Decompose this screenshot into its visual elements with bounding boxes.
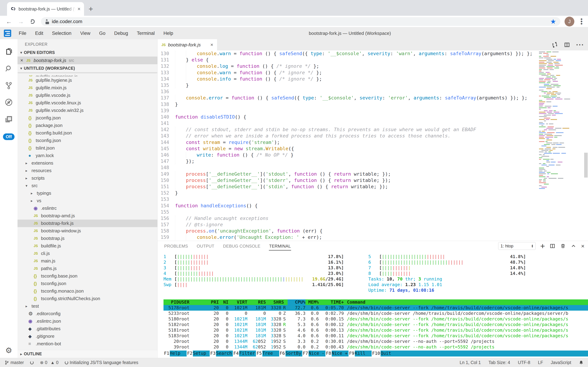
code-line[interactable]: 135} [157,82,536,88]
tab-close-icon[interactable]: × [210,42,213,48]
minimap[interactable] [538,51,583,241]
new-tab-button[interactable]: + [89,5,93,13]
file-tsconfig.base.json[interactable]: {}tsconfig.base.json [17,272,157,280]
panel-tab-problems[interactable]: PROBLEMS [164,242,188,250]
outline-header[interactable]: ▸ OUTLINE [17,350,157,358]
menu-file[interactable]: File [14,31,31,36]
terminal-output[interactable]: 1[||||||||||||17.8%]2[||||||||||||16.1%]… [157,251,588,358]
code-line[interactable]: 153 [157,196,536,202]
folder-test[interactable]: ▸test [17,302,157,310]
file-gulpfile.vscode.linux.js[interactable]: JSgulpfile.vscode.linux.js [17,99,157,107]
problems-indicator[interactable]: ⊗ 0 ▲ 0 [40,360,58,365]
url-text[interactable]: ide.coder.com [52,19,550,24]
maximize-panel-icon[interactable] [571,243,576,249]
code-line[interactable]: 138} [157,101,536,108]
code-line[interactable]: 146write: function () { /* No OP */ } [157,152,536,158]
kill-terminal-icon[interactable] [560,243,566,249]
scrollbar-thumb[interactable] [584,153,588,177]
folder-src[interactable]: ▾src [17,182,157,190]
code-line[interactable]: 157// @ts-ignore [157,222,536,228]
language-mode[interactable]: JavaScript [551,360,571,365]
open-editors-header[interactable]: ▾ OPEN EDITORS [17,49,157,57]
settings-gear-icon[interactable]: ⚙ [5,346,12,355]
close-panel-icon[interactable]: × [581,243,585,250]
menu-help[interactable]: Help [159,31,178,36]
fnlabel-kill[interactable]: Kill [355,350,372,357]
code-line[interactable]: 137console.error = function () { safeSen… [157,95,536,101]
file-bootstrap-fork.js[interactable]: JSbootstrap-fork.js [17,220,157,227]
file-tslint.json[interactable]: {}tslint.json [17,144,157,152]
file-.eslintrc[interactable]: ◉.eslintrc [17,205,157,212]
code-line[interactable]: 134console.info = function () { /* ignor… [157,76,536,82]
code-line[interactable]: 143// error when we are inside a forked … [157,133,536,139]
editor-tab[interactable]: JS bootstrap-fork.js × [157,39,217,50]
file-yarn.lock[interactable]: ●yarn.lock [17,152,157,159]
branch-indicator[interactable]: master [5,360,24,365]
split-editor-icon[interactable] [564,42,570,48]
file-paths.js[interactable]: JSpaths.js [17,265,157,272]
code-line[interactable]: 140function disableSTDIO() { [157,114,536,120]
fnkey-f1[interactable]: F1 [164,350,170,357]
url-bar[interactable]: ide.coder.com ★ [41,17,560,26]
file-tsconfig.json[interactable]: {}tsconfig.json [17,280,157,287]
sync-changes-icon[interactable] [552,42,558,48]
menu-debug[interactable]: Debug [110,31,133,36]
debug-disabled-icon[interactable] [5,98,13,107]
indentation[interactable]: Tab Size: 4 [489,360,510,365]
file-main.js[interactable]: JSmain.js [17,257,157,265]
menu-terminal[interactable]: Terminal [133,31,159,36]
file-tsconfig.monaco.json[interactable]: {}tsconfig.monaco.json [17,287,157,295]
fnkey-f7[interactable]: F7 [302,350,309,357]
avatar[interactable]: J [564,17,574,26]
folder-resources[interactable]: ▸resources [17,167,157,174]
file-gulpfile.vscode.js[interactable]: JSgulpfile.vscode.js [17,92,157,99]
folder-typings[interactable]: ▸typings [17,190,157,197]
terminal-picker[interactable]: 1: htop ▲▼ [498,242,536,250]
fnlabel-sortby[interactable]: SortBy [286,350,302,357]
browser-menu-icon[interactable]: ••• [580,18,583,25]
file-bootstrap-amd.js[interactable]: JSbootstrap-amd.js [17,212,157,220]
panel-tab-output[interactable]: OUTPUT [196,242,215,250]
file-.gitignore[interactable]: ◆.gitignore [17,333,157,340]
code-area[interactable]: 130console.warn = function () { safeSend… [157,50,536,241]
file-.editorconfig[interactable]: ⚙.editorconfig [17,310,157,317]
file-gulpfile.extensions.js[interactable]: JSgulpfile.extensions.js [17,72,157,76]
back-icon[interactable]: ← [6,18,12,25]
file-.mention-bot[interactable]: ≡.mention-bot [17,340,157,348]
fnkey-f8[interactable]: F8 [325,350,332,357]
more-actions-icon[interactable]: ··· [576,41,584,49]
menu-view[interactable]: View [76,31,95,36]
fnkey-f2[interactable]: F2 [187,350,193,357]
file-.eslintrc.json[interactable]: ◉.eslintrc.json [17,317,157,325]
code-line[interactable]: 152} [157,190,536,196]
file-buildfile.js[interactable]: JSbuildfile.js [17,242,157,250]
off-badge[interactable]: Off [3,133,15,140]
code-line[interactable]: 159console.error('Uncaught Exception: ' … [157,234,536,240]
file-tsconfig.json[interactable]: {}tsconfig.json [17,137,157,144]
code-line[interactable]: 147}); [157,158,536,164]
code-line[interactable]: 131} else { [157,57,536,63]
fnlabel-nice--[interactable]: Nice - [309,350,325,357]
fnkey-f10[interactable]: F10 [372,350,381,357]
bookmark-star-icon[interactable]: ★ [550,18,556,25]
cursor-position[interactable]: Ln 1, Col 1 [460,360,481,365]
file-tsconfig.build.json[interactable]: {}tsconfig.build.json [17,129,157,137]
fnlabel-nice-+[interactable]: Nice + [332,350,348,357]
folder-extensions[interactable]: ▸extensions [17,159,157,167]
sync-indicator[interactable] [30,361,33,364]
code-line[interactable]: 139 [157,108,536,114]
fnlabel-search[interactable]: Search [216,350,233,357]
fnkey-f5[interactable]: F5 [256,350,262,357]
code-line[interactable]: 130console.warn = function () { safeSend… [157,50,536,57]
file-gulpfile.hygiene.js[interactable]: JSgulpfile.hygiene.js [17,76,157,84]
code-line[interactable]: 149process['__defineGetter__']('stdout',… [157,171,536,177]
code-line[interactable]: 144const stream = require('stream'); [157,139,536,145]
fnkey-f9[interactable]: F9 [348,350,355,357]
file-bootstrap-window.js[interactable]: JSbootstrap-window.js [17,227,157,235]
fnlabel-quit[interactable]: Quit [381,350,397,357]
code-line[interactable]: 141 [157,120,536,126]
reload-icon[interactable] [30,19,35,24]
code-line[interactable]: 148 [157,164,536,171]
workspace-header[interactable]: ▾ UNTITLED (WORKSPACE) [17,64,157,72]
editor-scrollbar[interactable] [584,50,588,241]
